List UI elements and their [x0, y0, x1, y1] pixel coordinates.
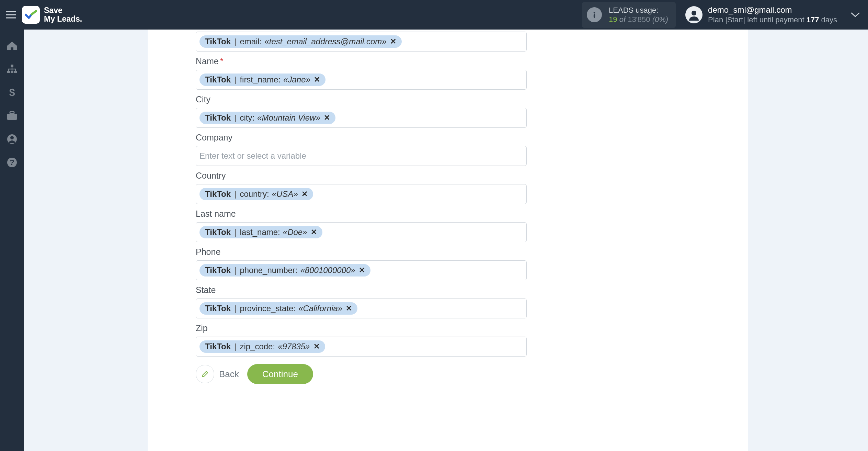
field-label-phone: Phone — [196, 247, 527, 257]
variable-chip-phone[interactable]: TikTok | phone_number: «8001000000» ✕ — [199, 264, 370, 277]
field-label-zip: Zip — [196, 323, 527, 333]
chip-key: last_name: — [240, 227, 280, 237]
chip-key: country: — [240, 189, 269, 199]
field-input-company[interactable]: Enter text or select a variable — [196, 146, 527, 166]
leads-usage-values: 19 of 13'850 (0%) — [609, 15, 668, 24]
chip-remove-button[interactable]: ✕ — [358, 266, 366, 275]
chip-key: province_state: — [240, 304, 296, 313]
field-label-country: Country — [196, 171, 527, 181]
user-text: demo_sml@gmail.com Plan |Start| left unt… — [708, 5, 837, 25]
variable-chip-zip[interactable]: TikTok | zip_code: «97835» ✕ — [199, 340, 325, 353]
user-plan: Plan |Start| left until payment 177 days — [708, 15, 837, 25]
chip-remove-button[interactable]: ✕ — [323, 113, 331, 122]
field-input-zip[interactable]: TikTok | zip_code: «97835» ✕ — [196, 337, 527, 357]
home-icon — [7, 41, 18, 51]
chip-remove-button[interactable]: ✕ — [310, 228, 318, 237]
user-email: demo_sml@gmail.com — [708, 5, 837, 15]
svg-rect-9 — [10, 112, 14, 114]
field-phone: PhoneTikTok | phone_number: «8001000000»… — [196, 247, 527, 280]
header-right: LEADS usage: 19 of 13'850 (0%) demo_sml@… — [582, 2, 860, 28]
chip-remove-button[interactable]: ✕ — [301, 190, 308, 199]
user-circle-icon — [7, 134, 17, 144]
main-area: TikTok | email: «test_email_address@mail… — [24, 30, 868, 451]
chip-remove-button[interactable]: ✕ — [313, 342, 320, 351]
variable-chip-city[interactable]: TikTok | city: «Mountain View» ✕ — [199, 112, 335, 124]
chip-remove-button[interactable]: ✕ — [313, 75, 321, 84]
variable-chip-state[interactable]: TikTok | province_state: «California» ✕ — [199, 302, 357, 315]
svg-rect-4 — [7, 71, 10, 73]
back-button[interactable]: Back — [196, 365, 239, 383]
variable-chip-email[interactable]: TikTok | email: «test_email_address@mail… — [199, 35, 402, 48]
svg-rect-3 — [11, 65, 13, 67]
field-input-name[interactable]: TikTok | first_name: «Jane» ✕ — [196, 70, 527, 90]
chip-source: TikTok — [205, 189, 231, 199]
field-label-state: State — [196, 285, 527, 295]
back-button-label: Back — [219, 369, 239, 380]
form-panel: TikTok | email: «test_email_address@mail… — [148, 30, 748, 451]
chip-key: email: — [240, 37, 262, 46]
chip-source: TikTok — [205, 113, 231, 123]
app-header: Save My Leads. LEADS usage: 19 of 13'850… — [0, 0, 868, 30]
sidebar-item-jobs[interactable] — [4, 108, 20, 124]
chip-key: zip_code: — [240, 342, 275, 351]
variable-chip-name[interactable]: TikTok | first_name: «Jane» ✕ — [199, 74, 326, 86]
field-lastname: Last nameTikTok | last_name: «Doe» ✕ — [196, 209, 527, 242]
svg-text:?: ? — [10, 158, 14, 167]
briefcase-icon — [7, 111, 18, 121]
sidebar-item-connections[interactable] — [4, 61, 20, 77]
user-avatar-icon — [685, 6, 703, 23]
account-dropdown-button[interactable] — [851, 12, 860, 18]
chip-value: «Jane» — [283, 75, 310, 84]
chip-value: «Mountain View» — [257, 113, 320, 123]
chip-remove-button[interactable]: ✕ — [389, 37, 397, 46]
field-input-email[interactable]: TikTok | email: «test_email_address@mail… — [196, 32, 527, 52]
field-mapping-form: TikTok | email: «test_email_address@mail… — [196, 32, 527, 384]
continue-button[interactable]: Continue — [247, 364, 313, 384]
chip-key: city: — [240, 113, 254, 123]
leads-usage-box[interactable]: LEADS usage: 19 of 13'850 (0%) — [582, 2, 676, 28]
form-actions: BackContinue — [196, 364, 527, 384]
field-input-lastname[interactable]: TikTok | last_name: «Doe» ✕ — [196, 222, 527, 242]
dollar-icon: $ — [9, 87, 15, 98]
field-label-lastname: Last name — [196, 209, 527, 219]
field-label-company: Company — [196, 133, 527, 143]
chevron-down-icon — [851, 12, 860, 18]
app-logo[interactable]: Save My Leads. — [22, 6, 82, 24]
help-icon: ? — [7, 157, 17, 168]
chip-value: «8001000000» — [300, 266, 355, 275]
sidebar-item-home[interactable] — [4, 38, 20, 54]
field-input-phone[interactable]: TikTok | phone_number: «8001000000» ✕ — [196, 260, 527, 280]
field-input-country[interactable]: TikTok | country: «USA» ✕ — [196, 184, 527, 204]
chip-value: «Doe» — [283, 227, 307, 237]
menu-toggle-button[interactable] — [4, 8, 18, 22]
chip-source: TikTok — [205, 75, 231, 84]
checkmark-icon — [25, 10, 37, 20]
sidebar-item-billing[interactable]: $ — [4, 84, 20, 100]
chip-key: phone_number: — [240, 266, 297, 275]
sidebar: $ ? — [0, 30, 24, 451]
info-icon — [587, 7, 602, 22]
app-name: Save My Leads. — [44, 6, 82, 23]
leads-usage-text: LEADS usage: 19 of 13'850 (0%) — [609, 5, 668, 24]
svg-rect-8 — [7, 114, 17, 120]
field-state: StateTikTok | province_state: «Californi… — [196, 285, 527, 318]
user-account-box[interactable]: demo_sml@gmail.com Plan |Start| left unt… — [685, 5, 837, 25]
field-input-city[interactable]: TikTok | city: «Mountain View» ✕ — [196, 108, 527, 128]
field-email: TikTok | email: «test_email_address@mail… — [196, 32, 527, 52]
chip-source: TikTok — [205, 37, 231, 46]
chip-value: «test_email_address@mail.com» — [264, 37, 386, 46]
field-input-state[interactable]: TikTok | province_state: «California» ✕ — [196, 298, 527, 318]
chip-key: first_name: — [240, 75, 281, 84]
variable-chip-lastname[interactable]: TikTok | last_name: «Doe» ✕ — [199, 226, 322, 238]
chip-source: TikTok — [205, 266, 231, 275]
variable-chip-country[interactable]: TikTok | country: «USA» ✕ — [199, 188, 313, 200]
svg-rect-6 — [14, 71, 17, 73]
pencil-icon — [196, 365, 214, 383]
chip-remove-button[interactable]: ✕ — [345, 304, 353, 313]
field-label-city: City — [196, 94, 527, 104]
field-name: Name*TikTok | first_name: «Jane» ✕ — [196, 56, 527, 90]
sidebar-item-account[interactable] — [4, 131, 20, 147]
sidebar-item-help[interactable]: ? — [4, 155, 20, 170]
logo-badge — [22, 6, 40, 24]
field-label-name: Name* — [196, 56, 527, 66]
